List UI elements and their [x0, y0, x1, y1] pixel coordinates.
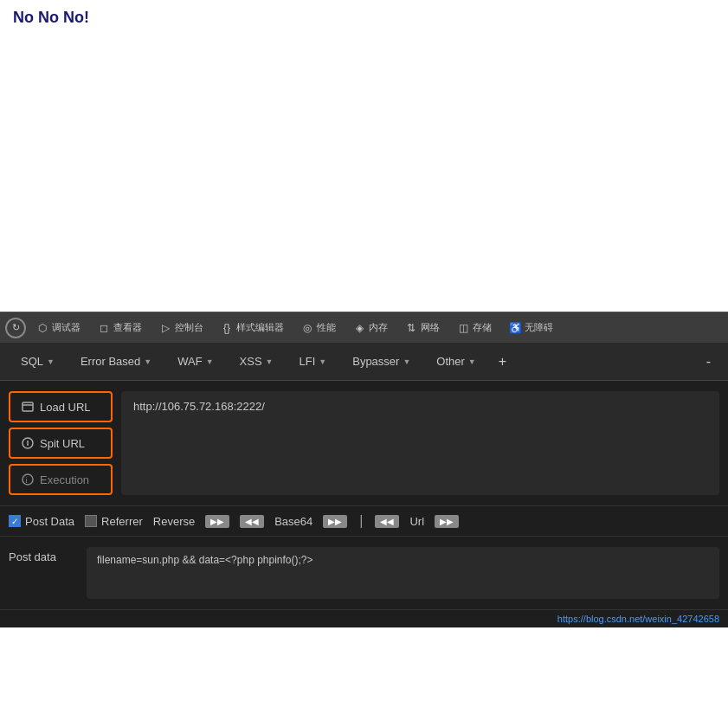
base64-label: Base64 — [274, 515, 312, 528]
post-data-checkbox-label[interactable]: ✓ Post Data — [9, 515, 74, 528]
url-label: Url — [409, 515, 424, 528]
menu-xss[interactable]: XSS ▼ — [228, 350, 286, 373]
base64-forward-button[interactable]: ▶▶ — [323, 515, 347, 528]
url-forward-button[interactable]: ▶▶ — [435, 515, 459, 528]
post-data-label: Post data — [9, 547, 78, 599]
status-url: https://blog.csdn.net/weixin_42742658 — [557, 614, 719, 624]
tool-panel: SQL ▼ Error Based ▼ WAF ▼ XSS ▼ LFI ▼ By… — [0, 343, 728, 627]
toolbar-item-style-editor[interactable]: {} 样式编辑器 — [214, 318, 291, 337]
menu-bar: SQL ▼ Error Based ▼ WAF ▼ XSS ▼ LFI ▼ By… — [0, 343, 728, 381]
accessibility-icon: ♿ — [509, 322, 521, 334]
options-row: ✓ Post Data Referrer Reverse ▶▶ ◀◀ Base6… — [0, 505, 728, 536]
performance-icon: ◎ — [301, 322, 313, 334]
spit-url-icon — [21, 436, 35, 450]
inspector-icon: ◻ — [98, 322, 110, 334]
menu-waf[interactable]: WAF ▼ — [165, 350, 225, 373]
style-editor-icon: {} — [221, 322, 233, 334]
action-buttons: Load URL Spit URL i Execu — [9, 391, 113, 495]
load-url-button[interactable]: Load URL — [9, 391, 113, 422]
toolbar-item-console[interactable]: ▷ 控制台 — [152, 318, 210, 337]
pipe-separator: | — [359, 513, 363, 529]
console-icon: ▷ — [159, 322, 171, 334]
spit-url-button[interactable]: Spit URL — [9, 428, 113, 459]
execution-button[interactable]: i Execution — [9, 464, 113, 495]
browser-content: No No No! — [0, 0, 728, 312]
url-display: http://106.75.72.168:2222/ — [121, 391, 719, 495]
sql-arrow-icon: ▼ — [47, 357, 55, 366]
waf-arrow-icon: ▼ — [206, 357, 214, 366]
error-based-arrow-icon: ▼ — [144, 357, 151, 366]
status-bar: https://blog.csdn.net/weixin_42742658 — [0, 609, 728, 627]
svg-point-4 — [23, 474, 33, 485]
browser-toolbar: ↻ ⬡ 调试器 ◻ 查看器 ▷ 控制台 {} 样式编辑器 ◎ 性能 ◈ 内存 ⇅… — [0, 312, 728, 343]
toolbar-item-debugger[interactable]: ⬡ 调试器 — [29, 318, 87, 337]
memory-icon: ◈ — [353, 322, 365, 334]
menu-other[interactable]: Other ▼ — [424, 350, 487, 373]
other-arrow-icon: ▼ — [468, 357, 476, 366]
toolbar-item-performance[interactable]: ◎ 性能 — [294, 318, 343, 337]
refresh-button[interactable]: ↻ — [5, 318, 26, 338]
menu-bypasser[interactable]: Bypasser ▼ — [340, 350, 422, 373]
reverse-forward-button[interactable]: ▶▶ — [205, 515, 229, 528]
toolbar-item-inspector[interactable]: ◻ 查看器 — [91, 318, 149, 337]
menu-remove-button[interactable]: - — [698, 351, 719, 373]
main-content: Load URL Spit URL i Execu — [0, 381, 728, 505]
lfi-arrow-icon: ▼ — [319, 357, 326, 366]
post-data-input[interactable]: filename=sun.php && data=<?php phpinfo()… — [87, 547, 719, 599]
referrer-checkbox-label[interactable]: Referrer — [85, 515, 143, 528]
reverse-back-button[interactable]: ◀◀ — [240, 515, 264, 528]
storage-icon: ◫ — [457, 322, 469, 334]
menu-add-button[interactable]: + — [490, 351, 515, 373]
pipe-back-button[interactable]: ◀◀ — [375, 515, 399, 528]
post-data-section: Post data filename=sun.php && data=<?php… — [0, 536, 728, 609]
svg-rect-0 — [23, 402, 33, 411]
toolbar-item-network[interactable]: ⇅ 网络 — [398, 318, 447, 337]
page-content-text: No No No! — [13, 9, 89, 26]
network-icon: ⇅ — [405, 322, 417, 334]
toolbar-item-memory[interactable]: ◈ 内存 — [346, 318, 395, 337]
reverse-label: Reverse — [153, 515, 195, 528]
menu-lfi[interactable]: LFI ▼ — [287, 350, 339, 373]
xss-arrow-icon: ▼ — [266, 357, 274, 366]
bypasser-arrow-icon: ▼ — [403, 357, 410, 366]
svg-text:i: i — [26, 476, 28, 485]
load-url-icon — [21, 400, 35, 414]
toolbar-item-storage[interactable]: ◫ 存储 — [450, 318, 499, 337]
post-data-checkbox[interactable]: ✓ — [9, 515, 21, 527]
menu-error-based[interactable]: Error Based ▼ — [68, 350, 164, 373]
menu-sql[interactable]: SQL ▼ — [9, 350, 67, 373]
toolbar-item-accessibility[interactable]: ♿ 无障碍 — [502, 318, 560, 337]
debugger-icon: ⬡ — [36, 322, 48, 334]
referrer-checkbox[interactable] — [85, 515, 97, 527]
execution-icon: i — [21, 473, 35, 486]
